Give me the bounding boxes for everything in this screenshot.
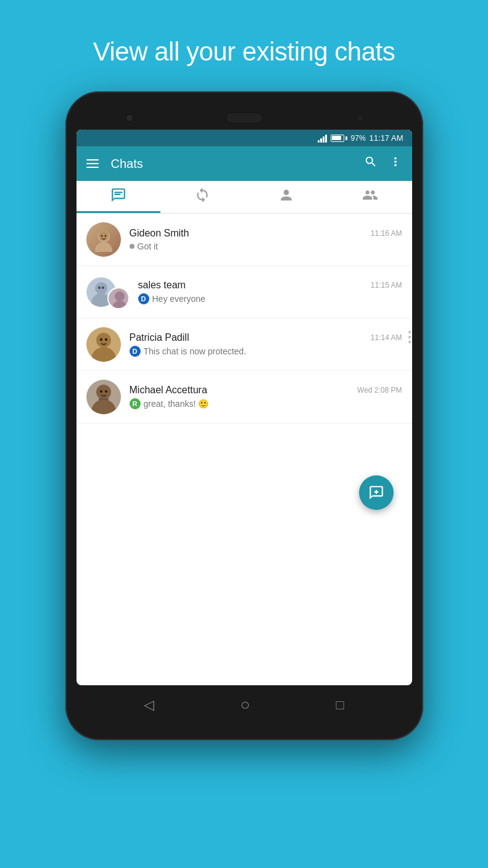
home-button[interactable]: ○ bbox=[240, 695, 250, 714]
svg-rect-1 bbox=[114, 194, 120, 195]
tab-updates[interactable] bbox=[160, 181, 244, 213]
avatar-wrap bbox=[86, 327, 121, 362]
sender-badge: D bbox=[130, 346, 141, 357]
svg-point-5 bbox=[101, 235, 102, 237]
groups-tab-icon bbox=[362, 187, 378, 207]
chat-name: Michael Accettura bbox=[130, 385, 207, 396]
svg-point-8 bbox=[95, 282, 107, 294]
battery-percentage: 97% bbox=[351, 134, 366, 143]
back-button[interactable]: ◁ bbox=[144, 697, 154, 713]
chat-top-row: Patricia Padill 11:14 AM bbox=[130, 332, 402, 343]
chat-preview: R great, thanks! 🙂 bbox=[130, 398, 402, 409]
chat-top-row: sales team 11:15 AM bbox=[138, 280, 402, 291]
chat-name: Patricia Padill bbox=[130, 332, 189, 343]
chat-item[interactable]: sales team 11:15 AM D Hey everyone bbox=[77, 266, 412, 319]
chat-preview-text: great, thanks! 🙂 bbox=[144, 399, 209, 409]
new-chat-fab[interactable] bbox=[359, 475, 394, 510]
contacts-tab-icon bbox=[278, 187, 294, 207]
app-bar: Chats bbox=[77, 146, 412, 181]
phone-nav-bar: ◁ ○ □ bbox=[77, 685, 412, 722]
avatar-wrap-group bbox=[86, 275, 130, 309]
tab-groups[interactable] bbox=[328, 181, 412, 213]
chat-time: Wed 2:08 PM bbox=[357, 386, 402, 394]
new-chat-icon bbox=[368, 485, 384, 501]
status-bar: 97% 11:17 AM bbox=[77, 130, 412, 146]
chat-content: sales team 11:15 AM D Hey everyone bbox=[138, 280, 402, 304]
phone-frame: 97% 11:17 AM Chats bbox=[0, 91, 488, 740]
svg-point-21 bbox=[96, 385, 111, 399]
avatar-wrap bbox=[86, 222, 121, 257]
status-icons: 97% 11:17 AM bbox=[318, 133, 403, 143]
avatar bbox=[86, 380, 121, 414]
phone-screen: 97% 11:17 AM Chats bbox=[77, 130, 412, 685]
chat-name: sales team bbox=[138, 280, 186, 291]
sender-badge: D bbox=[138, 293, 149, 304]
chat-content: Gideon Smith 11:16 AM Got it bbox=[130, 228, 402, 251]
sensor-dot bbox=[358, 115, 363, 120]
chat-preview: Got it bbox=[130, 241, 402, 251]
avatar bbox=[86, 327, 121, 362]
svg-point-6 bbox=[104, 235, 106, 237]
chat-item[interactable]: Michael Accettura Wed 2:08 PM R great, t… bbox=[77, 371, 412, 424]
chat-preview-text: This chat is now protected. bbox=[144, 346, 247, 356]
page-title: View all your existing chats bbox=[0, 0, 488, 91]
status-time: 11:17 AM bbox=[370, 133, 403, 143]
svg-point-16 bbox=[96, 333, 111, 348]
chat-preview: D This chat is now protected. bbox=[130, 346, 402, 357]
chat-preview-text: Got it bbox=[138, 241, 158, 251]
chat-time: 11:15 AM bbox=[371, 281, 402, 290]
chat-item[interactable]: Patricia Padill 11:14 AM D This chat is … bbox=[77, 319, 412, 371]
menu-button[interactable] bbox=[86, 159, 99, 168]
chat-list: Gideon Smith 11:16 AM Got it bbox=[77, 214, 412, 547]
avatar bbox=[86, 222, 121, 257]
svg-point-22 bbox=[100, 390, 102, 393]
phone-bezel-top bbox=[77, 104, 412, 130]
svg-point-3 bbox=[95, 242, 112, 252]
chat-preview-text: Hey everyone bbox=[152, 294, 205, 304]
phone-body: 97% 11:17 AM Chats bbox=[65, 91, 423, 740]
search-button[interactable] bbox=[364, 155, 378, 172]
app-title: Chats bbox=[111, 157, 364, 171]
chats-tab-icon bbox=[110, 187, 126, 207]
camera-icon bbox=[126, 114, 133, 122]
svg-point-23 bbox=[105, 390, 107, 393]
battery-icon bbox=[331, 135, 347, 142]
chat-name: Gideon Smith bbox=[130, 228, 189, 239]
updates-tab-icon bbox=[194, 187, 210, 207]
avatar-group-secondary bbox=[107, 287, 130, 309]
signal-icon bbox=[318, 134, 327, 143]
recent-apps-button[interactable]: □ bbox=[336, 697, 344, 713]
chat-time: 11:14 AM bbox=[371, 333, 402, 342]
svg-point-17 bbox=[99, 338, 102, 341]
app-bar-actions bbox=[364, 155, 402, 172]
chat-time: 11:16 AM bbox=[371, 229, 402, 238]
tabs-bar bbox=[77, 181, 412, 214]
svg-point-10 bbox=[98, 286, 101, 289]
chat-top-row: Michael Accettura Wed 2:08 PM bbox=[130, 385, 402, 396]
svg-rect-0 bbox=[114, 192, 122, 193]
speaker bbox=[226, 112, 263, 123]
svg-point-11 bbox=[102, 286, 104, 289]
tab-chats[interactable] bbox=[77, 181, 160, 213]
chat-content: Michael Accettura Wed 2:08 PM R great, t… bbox=[130, 385, 402, 409]
chat-item[interactable]: Gideon Smith 11:16 AM Got it bbox=[77, 214, 412, 266]
sender-badge: R bbox=[130, 398, 141, 409]
svg-point-13 bbox=[115, 291, 125, 301]
tab-contacts[interactable] bbox=[244, 181, 328, 213]
more-options-button[interactable] bbox=[389, 155, 402, 172]
chat-preview: D Hey everyone bbox=[138, 293, 402, 304]
avatar-wrap bbox=[86, 380, 121, 414]
chat-content: Patricia Padill 11:14 AM D This chat is … bbox=[130, 332, 402, 357]
status-dot bbox=[130, 244, 134, 249]
svg-point-18 bbox=[104, 338, 107, 341]
chat-top-row: Gideon Smith 11:16 AM bbox=[130, 228, 402, 239]
